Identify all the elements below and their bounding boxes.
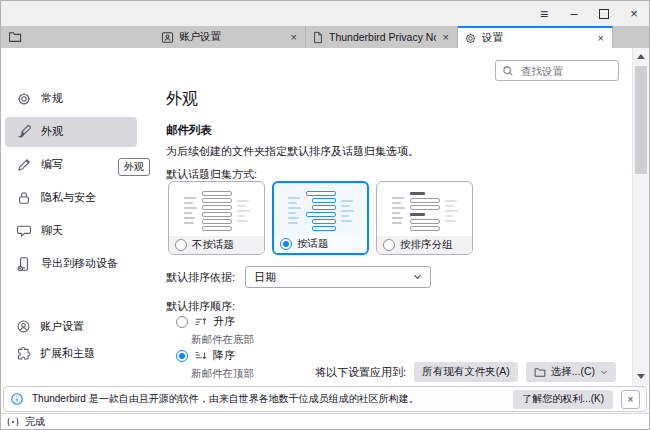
descending-description: 新邮件在顶部 — [191, 367, 254, 381]
spaces-toolbar-button[interactable] — [1, 26, 29, 48]
status-text: 完成 — [25, 415, 45, 429]
apply-all-folders-button[interactable]: 所有现有文件夹(A) — [414, 362, 518, 382]
tab-label: 账户设置 — [179, 30, 221, 44]
sort-by-label: 默认排序依据: — [166, 270, 235, 285]
sort-order-label: 默认排序顺序: — [166, 299, 235, 314]
status-bar: 完成 — [1, 413, 649, 429]
tab-strip: 账户设置 × Thunderbird Privacy Notice — M × … — [131, 26, 613, 48]
account-tab-icon — [161, 31, 174, 44]
lock-icon — [16, 190, 32, 206]
radio-grouped[interactable] — [383, 239, 395, 251]
sort-descending-icon — [194, 349, 207, 362]
gear-icon — [464, 32, 477, 45]
card-label: 按排序分组 — [400, 238, 453, 252]
chevron-down-icon — [600, 370, 608, 375]
tab-label: Thunderbird Privacy Notice — M — [329, 31, 436, 43]
apply-label: 将以下设置应用到: — [315, 365, 406, 380]
notification-bar: Thunderbird 是一款自由且开源的软件，由来自世界各地数千位成员组成的社… — [3, 386, 647, 412]
ascending-option[interactable]: 升序 — [176, 314, 235, 329]
button-label: 选择...(C) — [551, 365, 595, 379]
thread-mode-label: 默认话题归集方式: — [166, 167, 257, 182]
card-foot: 按话题 — [274, 235, 367, 253]
tab-close-icon[interactable]: × — [441, 31, 451, 43]
sidebar-item-label: 隐私与安全 — [41, 190, 96, 205]
settings-content: 常规 外观 编写 隐私与安全 聊天 导出到移动设备 — [1, 48, 649, 385]
search-icon — [502, 65, 514, 77]
maximize-button[interactable] — [589, 1, 619, 26]
radio-unthreaded[interactable] — [175, 239, 187, 251]
mobile-icon — [16, 256, 32, 272]
tab-settings-active[interactable]: 设置 × — [458, 26, 613, 48]
radio-descending[interactable] — [176, 350, 188, 362]
sidebar-item-addons-themes[interactable]: 扩展和主题 — [5, 340, 137, 367]
sidebar-item-account-settings[interactable]: 账户设置 — [5, 313, 137, 340]
info-icon — [10, 392, 24, 406]
tab-privacy-notice[interactable]: Thunderbird Privacy Notice — M × — [306, 26, 458, 48]
sort-ascending-icon — [194, 315, 207, 328]
thread-option-cards: 不按话题 按话题 — [168, 181, 473, 255]
tab-close-icon[interactable]: × — [596, 32, 606, 44]
apply-settings-row: 将以下设置应用到: 所有现有文件夹(A) 选择...(C) — [315, 362, 616, 382]
network-activity-icon — [7, 417, 19, 427]
sort-by-value: 日期 — [254, 270, 276, 285]
account-icon — [16, 319, 31, 334]
section-description: 为后续创建的文件夹指定默认排序及话题归集选项。 — [166, 144, 419, 159]
apply-choose-button[interactable]: 选择...(C) — [526, 362, 616, 382]
search-settings-box[interactable] — [495, 60, 619, 81]
sidebar-item-label: 编写 — [41, 157, 63, 172]
minimize-button[interactable]: – — [559, 1, 589, 26]
radio-threaded[interactable] — [280, 238, 292, 250]
grouped-illustration — [377, 182, 472, 236]
folder-icon — [534, 367, 546, 378]
sidebar-item-appearance[interactable]: 外观 — [5, 117, 137, 147]
notification-text: Thunderbird 是一款自由且开源的软件，由来自世界各地数千位成员组成的社… — [32, 392, 505, 406]
search-input[interactable] — [519, 64, 612, 78]
sidebar-item-label: 外观 — [41, 124, 63, 139]
unthreaded-illustration — [169, 182, 264, 236]
document-icon — [312, 31, 324, 44]
tab-close-icon[interactable]: × — [289, 31, 299, 43]
card-unthreaded[interactable]: 不按话题 — [168, 181, 265, 255]
sidebar-item-label: 扩展和主题 — [40, 346, 95, 361]
card-grouped-by-sort[interactable]: 按排序分组 — [376, 181, 473, 255]
thunderbird-window: ≡ – × 账户设置 × Thunderbird Privacy Notice … — [0, 0, 650, 430]
tab-account-settings[interactable]: 账户设置 × — [131, 26, 306, 48]
card-label: 按话题 — [297, 237, 329, 251]
scroll-down-arrow-icon[interactable] — [637, 374, 645, 379]
gear-icon — [16, 91, 32, 107]
appearance-tooltip: 外观 — [118, 158, 150, 176]
section-title: 邮件列表 — [166, 123, 212, 138]
scrollbar-thumb[interactable] — [635, 66, 647, 174]
pencil-icon — [16, 157, 32, 173]
sort-by-select[interactable]: 日期 — [245, 266, 431, 288]
close-window-button[interactable]: × — [619, 1, 649, 26]
titlebar: ≡ – × — [1, 1, 649, 26]
know-your-rights-button[interactable]: 了解您的权利...(K) — [513, 390, 613, 409]
sidebar-item-label: 导出到移动设备 — [41, 256, 118, 271]
card-threaded-selected[interactable]: 按话题 — [272, 181, 369, 255]
appearance-pane: 外观 邮件列表 为后续创建的文件夹指定默认排序及话题归集选项。 默认话题归集方式… — [141, 48, 632, 385]
chat-icon — [16, 223, 32, 239]
settings-sidebar: 常规 外观 编写 隐私与安全 聊天 导出到移动设备 — [1, 48, 141, 385]
card-label: 不按话题 — [192, 238, 234, 252]
paintbrush-icon — [16, 124, 32, 140]
descending-option[interactable]: 降序 — [176, 348, 235, 363]
scroll-up-arrow-icon[interactable] — [637, 54, 645, 59]
sidebar-spacer — [1, 280, 141, 313]
radio-ascending[interactable] — [176, 316, 188, 328]
chevron-down-icon — [413, 274, 422, 280]
notification-close-button[interactable]: × — [621, 390, 640, 409]
tab-bar: 账户设置 × Thunderbird Privacy Notice — M × … — [1, 26, 649, 48]
sidebar-item-chat[interactable]: 聊天 — [5, 216, 137, 246]
sidebar-item-label: 账户设置 — [40, 319, 84, 334]
card-foot: 按排序分组 — [377, 236, 472, 254]
sidebar-item-privacy-security[interactable]: 隐私与安全 — [5, 183, 137, 213]
vertical-scrollbar[interactable] — [632, 48, 649, 385]
app-menu-button[interactable]: ≡ — [529, 1, 559, 26]
threaded-illustration — [274, 183, 367, 235]
ascending-label: 升序 — [213, 314, 235, 329]
tab-label: 设置 — [482, 31, 503, 45]
puzzle-icon — [16, 346, 31, 361]
sidebar-item-export-mobile[interactable]: 导出到移动设备 — [5, 249, 137, 279]
sidebar-item-general[interactable]: 常规 — [5, 84, 137, 114]
